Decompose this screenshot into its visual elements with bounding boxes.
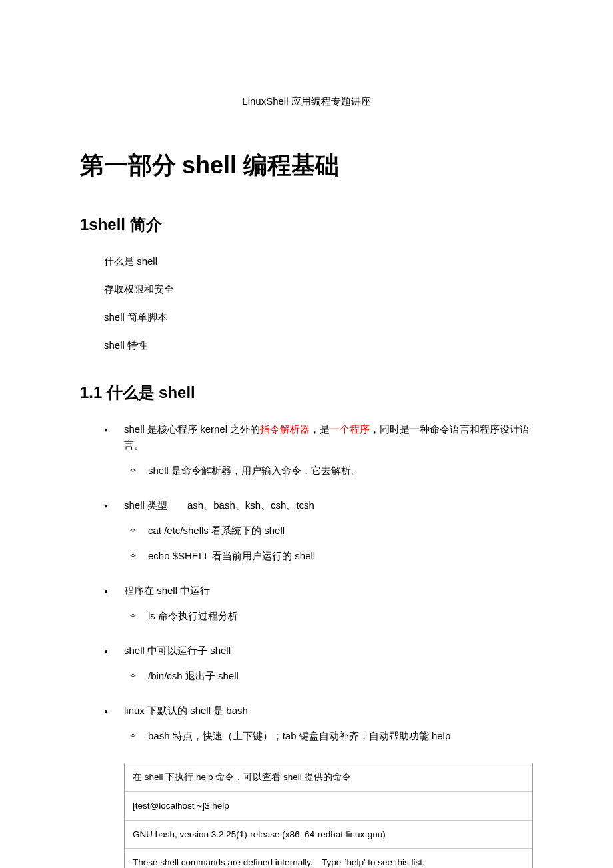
diamond-icon bbox=[129, 608, 148, 624]
bullet-icon bbox=[104, 643, 124, 693]
heading-part1: 第一部分 shell 编程基础 bbox=[80, 146, 533, 185]
code-row: GNU bash, version 3.2.25(1)-release (x86… bbox=[125, 821, 532, 849]
code-row: 在 shell 下执行 help 命令，可以查看 shell 提供的命令 bbox=[125, 763, 532, 792]
sub-item: shell 是命令解析器，用户输入命令，它去解析。 bbox=[129, 463, 533, 479]
bullet-icon bbox=[104, 703, 124, 753]
h2-1-post: 简介 bbox=[130, 216, 162, 233]
text: shell 中可以运行子 shell bbox=[124, 645, 231, 656]
text-highlight: 一个程序 bbox=[330, 423, 370, 435]
sub-text: bash 特点，快速（上下键）；tab 键盘自动补齐；自动帮助功能 help bbox=[148, 728, 450, 744]
diamond-icon bbox=[129, 548, 148, 564]
h2-11-mid: 什么是 bbox=[107, 384, 159, 401]
diamond-icon bbox=[129, 463, 148, 479]
bullet-list: shell 是核心程序 kernel 之外的指令解析器，是一个程序，同时是一种命… bbox=[104, 421, 533, 753]
bullet-item: linux 下默认的 shell 是 bash bash 特点，快速（上下键）；… bbox=[104, 703, 533, 753]
h2-11-pre: 1.1 bbox=[80, 383, 107, 401]
text-highlight: 指令解析器 bbox=[260, 423, 310, 435]
sub-text: ls 命令执行过程分析 bbox=[148, 608, 238, 624]
intro-item: 什么是 shell bbox=[104, 253, 533, 269]
bullet-icon bbox=[104, 583, 124, 633]
h1-prefix: 第一部分 bbox=[80, 152, 182, 179]
code-box: 在 shell 下执行 help 命令，可以查看 shell 提供的命令 [te… bbox=[124, 763, 533, 868]
h1-suffix: 编程基础 bbox=[243, 152, 339, 179]
code-row: [test@localhost ~]$ help bbox=[125, 792, 532, 821]
h1-latin: shell bbox=[182, 151, 243, 179]
bullet-item: shell 类型 ash、bash、ksh、csh、tcsh cat /etc/… bbox=[104, 497, 533, 573]
bullet-content: shell 中可以运行子 shell /bin/csh 退出子 shell bbox=[124, 643, 533, 693]
bullet-content: 程序在 shell 中运行 ls 命令执行过程分析 bbox=[124, 583, 533, 633]
intro-item: 存取权限和安全 bbox=[104, 281, 533, 297]
intro-item: shell 特性 bbox=[104, 337, 533, 353]
intro-item: shell 简单脚本 bbox=[104, 309, 533, 325]
sub-item: echo $SHELL 看当前用户运行的 shell bbox=[129, 548, 533, 564]
bullet-icon bbox=[104, 421, 124, 488]
heading-1-1-what-is-shell: 1.1 什么是 shell bbox=[80, 380, 533, 405]
text: shell 类型 ash、bash、ksh、csh、tcsh bbox=[124, 499, 314, 511]
text: 程序在 shell 中运行 bbox=[124, 585, 210, 596]
diamond-icon bbox=[129, 728, 148, 744]
sub-item: ls 命令执行过程分析 bbox=[129, 608, 533, 624]
code-row: These shell commands are defined interna… bbox=[125, 849, 532, 868]
diamond-icon bbox=[129, 668, 148, 684]
bullet-content: shell 是核心程序 kernel 之外的指令解析器，是一个程序，同时是一种命… bbox=[124, 421, 533, 488]
text: shell 是核心程序 kernel 之外的 bbox=[124, 423, 260, 435]
text: linux 下默认的 shell 是 bash bbox=[124, 705, 248, 716]
h2-11-latin: shell bbox=[159, 383, 195, 401]
sub-text: cat /etc/shells 看系统下的 shell bbox=[148, 523, 285, 539]
sub-item: cat /etc/shells 看系统下的 shell bbox=[129, 523, 533, 539]
heading-1-shell-intro: 1shell 简介 bbox=[80, 212, 533, 237]
bullet-item: shell 是核心程序 kernel 之外的指令解析器，是一个程序，同时是一种命… bbox=[104, 421, 533, 488]
intro-list: 什么是 shell 存取权限和安全 shell 简单脚本 shell 特性 bbox=[104, 253, 533, 353]
sub-item: bash 特点，快速（上下键）；tab 键盘自动补齐；自动帮助功能 help bbox=[129, 728, 533, 744]
sub-item: /bin/csh 退出子 shell bbox=[129, 668, 533, 684]
bullet-content: shell 类型 ash、bash、ksh、csh、tcsh cat /etc/… bbox=[124, 497, 533, 573]
h2-1-pre: 1shell bbox=[80, 215, 130, 233]
document-title: LinuxShell 应用编程专题讲座 bbox=[80, 93, 533, 109]
bullet-item: shell 中可以运行子 shell /bin/csh 退出子 shell bbox=[104, 643, 533, 693]
bullet-content: linux 下默认的 shell 是 bash bash 特点，快速（上下键）；… bbox=[124, 703, 533, 753]
diamond-icon bbox=[129, 523, 148, 539]
sub-text: /bin/csh 退出子 shell bbox=[148, 668, 239, 684]
bullet-item: 程序在 shell 中运行 ls 命令执行过程分析 bbox=[104, 583, 533, 633]
text: ，是 bbox=[310, 423, 330, 435]
sub-text: shell 是命令解析器，用户输入命令，它去解析。 bbox=[148, 463, 361, 479]
sub-text: echo $SHELL 看当前用户运行的 shell bbox=[148, 548, 315, 564]
bullet-icon bbox=[104, 497, 124, 573]
